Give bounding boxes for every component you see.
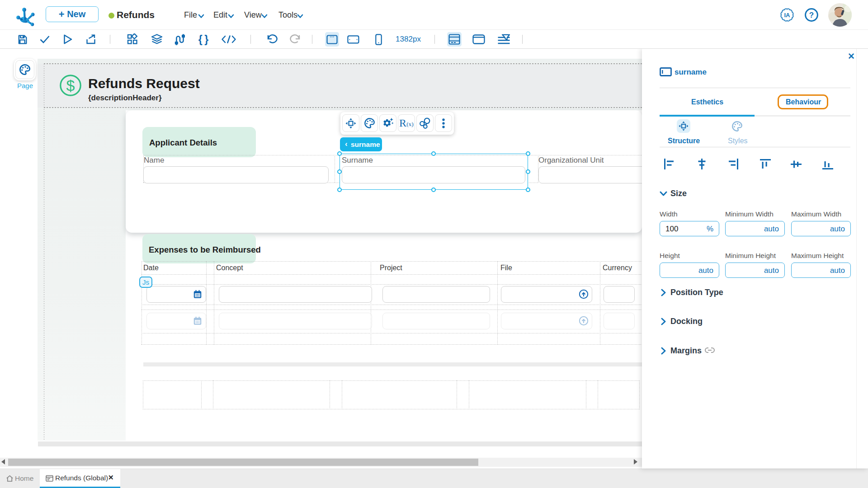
svg-text:?: ? — [809, 11, 814, 19]
svg-text:IA: IA — [784, 12, 791, 19]
svg-text:$: $ — [66, 77, 75, 94]
